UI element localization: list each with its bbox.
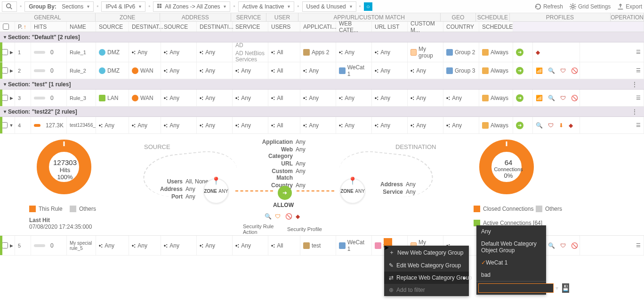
colgroup-address: ADDRESS bbox=[160, 13, 231, 21]
dest-zone-pill: 📍ZONE ANY bbox=[340, 178, 365, 204]
col-addr-source[interactable]: SOURCE bbox=[161, 22, 197, 32]
svg-rect-4 bbox=[157, 6, 159, 8]
usage-dropdown[interactable]: Used & Unused▾ bbox=[302, 1, 356, 12]
submenu-option-bad[interactable]: bad bbox=[476, 269, 546, 281]
hits-cell: 127.3K bbox=[31, 117, 67, 133]
addr-dest-cell: •:Any bbox=[197, 62, 233, 79]
ipversion-dropdown[interactable]: IPv4 & IPv6▾ bbox=[101, 1, 145, 12]
select-all-checkbox[interactable] bbox=[0, 22, 15, 32]
app-cell: •:Any bbox=[300, 62, 336, 79]
col-service[interactable]: SERVICE bbox=[233, 22, 268, 32]
separator: • bbox=[296, 3, 300, 10]
source-heading: SOURCE bbox=[144, 143, 170, 150]
col-addr-dest[interactable]: DESTINATI... bbox=[197, 22, 233, 32]
group-icon bbox=[411, 49, 417, 56]
col-country[interactable]: COUNTRY bbox=[443, 22, 479, 32]
section-header-default[interactable]: ▾ Section: "Default" [2 rules] bbox=[0, 32, 644, 42]
addr-source-cell: •:Any bbox=[161, 62, 197, 79]
row-menu-cell[interactable]: ☰ bbox=[580, 90, 644, 106]
col-hits[interactable]: HITS bbox=[31, 22, 67, 32]
svg-point-0 bbox=[7, 3, 11, 8]
rule-row[interactable]: ▶ 3 0 Rule_3 LAN WAN •:Any •:Any •:Any •… bbox=[0, 90, 644, 107]
separator: • bbox=[96, 3, 99, 10]
row-menu-cell[interactable]: ☰ bbox=[580, 236, 644, 255]
addr-source-cell: •:Any bbox=[161, 90, 197, 106]
addr-source-cell: •:Any bbox=[161, 236, 197, 255]
source-info: UsersAll, None AddressAny PortAny bbox=[160, 178, 209, 200]
zones-dropdown[interactable]: All Zones -> All Zones▾ bbox=[153, 1, 230, 12]
addr-dest-cell: •:Any bbox=[197, 117, 233, 133]
rule-row-expanded[interactable]: ▼ 4 127.3K test123456_4 •:Any •:Any •:An… bbox=[0, 117, 644, 134]
save-icon: 💾 bbox=[562, 285, 569, 291]
clear-filter-button[interactable]: ○ bbox=[364, 2, 372, 11]
menu-add-to-filter[interactable]: ⊕Add to filter bbox=[384, 284, 469, 296]
priority-cell: 2 bbox=[15, 62, 31, 79]
col-users[interactable]: USERS bbox=[268, 22, 300, 32]
submenu-option-wecat1[interactable]: WeCat 1 bbox=[476, 256, 546, 269]
submenu-option-default[interactable]: Default Web Category Object Group bbox=[476, 238, 546, 256]
service-cell: •:Any bbox=[233, 236, 268, 255]
row-menu-cell[interactable]: ☰ bbox=[580, 117, 644, 133]
users-cell: •:All bbox=[268, 236, 300, 255]
svg-rect-5 bbox=[160, 6, 161, 8]
section-menu-icon[interactable]: ⋮ bbox=[632, 81, 637, 88]
colgroup-general: GENERAL bbox=[0, 13, 96, 21]
menu-replace-webcat-group[interactable]: ⇄Replace Web Category Group bbox=[384, 272, 469, 284]
hits-donut-label: 127303 Hits 100% bbox=[46, 158, 84, 181]
svg-point-6 bbox=[572, 5, 574, 8]
col-application[interactable]: APPLICATI... bbox=[300, 22, 336, 32]
webcat-cell[interactable]: WeCat 1 bbox=[336, 236, 372, 255]
row-menu-cell[interactable]: ☰ bbox=[580, 62, 644, 79]
col-schedule[interactable]: SCHEDULE bbox=[479, 22, 513, 32]
col-name[interactable]: NAME bbox=[67, 22, 96, 32]
export-icon bbox=[617, 3, 624, 10]
zone-dest-cell: WAN bbox=[129, 90, 161, 106]
search-button[interactable] bbox=[2, 1, 17, 12]
col-zone-source[interactable]: SOURCE bbox=[96, 22, 129, 32]
col-webcategory[interactable]: WEB CATE... bbox=[336, 22, 372, 32]
col-zone-dest[interactable]: DESTINAT... bbox=[129, 22, 161, 32]
separator: • bbox=[232, 3, 236, 10]
row-menu-cell[interactable]: ☰ bbox=[580, 42, 644, 62]
expand-icon[interactable]: ▶ bbox=[10, 96, 13, 100]
export-button[interactable]: Export bbox=[617, 3, 642, 10]
col-priority[interactable]: P.↑ bbox=[15, 22, 31, 32]
col-custommatch[interactable]: CUSTOM M... bbox=[408, 22, 443, 32]
chevron-down-icon[interactable]: ▾ bbox=[554, 285, 560, 291]
security-icons: 🔍 🛡 🚫 ◆ bbox=[265, 213, 303, 221]
menu-edit-webcat-group[interactable]: ✎Edit Web Category Group bbox=[384, 259, 469, 272]
expand-icon[interactable]: ▶ bbox=[10, 50, 13, 55]
allow-icon: ➜ bbox=[516, 67, 523, 74]
webcat-icon bbox=[339, 242, 346, 249]
profiles-cell: ◆ bbox=[533, 42, 580, 62]
allow-icon: ➜ bbox=[516, 122, 523, 129]
col-urllist[interactable]: URL LIST bbox=[372, 22, 408, 32]
status-value: Active & Inactive bbox=[242, 3, 284, 10]
section-header-test22[interactable]: ▾ Section: "test22" [2 rules] ⋮ bbox=[0, 107, 644, 117]
expand-icon[interactable]: ▶ bbox=[10, 68, 13, 73]
colgroup-operation: OPERATION bbox=[611, 13, 644, 21]
groupby-dropdown[interactable]: Group By: Sections▾ bbox=[24, 1, 94, 12]
status-dropdown[interactable]: Active & Inactive▾ bbox=[238, 1, 295, 12]
webcat-icon bbox=[339, 67, 346, 74]
menu-new-webcat-group[interactable]: ＋New Web Category Group bbox=[384, 246, 469, 259]
webcat-replace-submenu: Any Default Web Category Object Group We… bbox=[476, 225, 546, 295]
rule-row[interactable]: ▶ 1 0 Rule_1 DMZ •:Any •:Any •:Any ADAD … bbox=[0, 42, 644, 62]
webcat-cell: WeCat 1 bbox=[336, 62, 372, 79]
submenu-search-input[interactable] bbox=[478, 283, 554, 293]
submenu-option-any[interactable]: Any bbox=[476, 225, 546, 238]
refresh-button[interactable]: Refresh bbox=[535, 3, 563, 10]
collapse-icon: ▾ bbox=[4, 109, 6, 114]
submenu-save-button[interactable]: 💾 bbox=[562, 283, 569, 293]
groupby-label: Group By: bbox=[29, 3, 56, 10]
zone-dest-cell: •:Any bbox=[129, 42, 161, 62]
rule-row[interactable]: ▶ 5 0 My special rule_5 •:Any •:Any •:An… bbox=[0, 236, 644, 256]
separator: • bbox=[19, 3, 23, 10]
rule-row[interactable]: ▶ 2 0 Rule_2 DMZ WAN •:Any •:Any •:Any •… bbox=[0, 62, 644, 79]
section-menu-icon[interactable]: ⋮ bbox=[632, 108, 637, 115]
grid-settings-button[interactable]: Grid Settings bbox=[570, 3, 611, 10]
expand-icon[interactable]: ▶ bbox=[10, 243, 13, 248]
addr-dest-cell: •:Any bbox=[197, 236, 233, 255]
section-header-test[interactable]: ▾ Section: "test" [1 rules] ⋮ bbox=[0, 79, 644, 90]
collapse-icon[interactable]: ▼ bbox=[9, 123, 14, 128]
